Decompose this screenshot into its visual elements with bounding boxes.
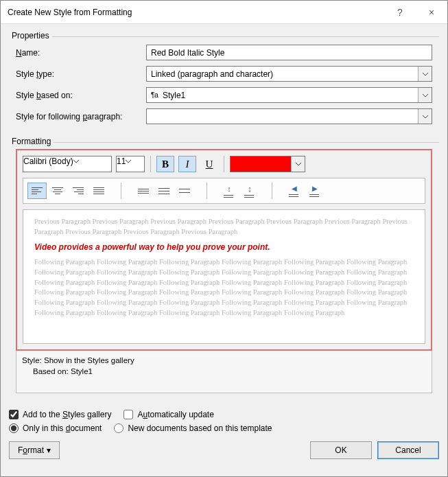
spacing-double-button[interactable] bbox=[175, 183, 194, 199]
bold-button[interactable]: B bbox=[156, 156, 174, 172]
following-paragraph-combo[interactable] bbox=[146, 108, 432, 124]
properties-group-label: Properties bbox=[9, 31, 52, 40]
style-type-combo[interactable]: Linked (paragraph and character) bbox=[146, 66, 432, 82]
arrow-collapse-icon: ↨ bbox=[248, 185, 252, 193]
preview-previous-text: Previous Paragraph Previous Paragraph Pr… bbox=[34, 217, 414, 237]
close-button[interactable]: × bbox=[416, 1, 447, 24]
dialog-buttons: Format ▾ OK Cancel bbox=[9, 441, 439, 459]
align-right-button[interactable] bbox=[69, 183, 88, 199]
based-on-value: Style1 bbox=[163, 91, 185, 100]
align-center-button[interactable] bbox=[48, 183, 67, 199]
font-family-value: Calibri (Body) bbox=[23, 156, 73, 172]
dialog-title: Create New Style from Formatting bbox=[8, 8, 384, 17]
formatting-highlight-box: Calibri (Body) 11 B I U bbox=[16, 149, 432, 351]
based-on-combo[interactable]: ¶aStyle1 bbox=[146, 87, 432, 103]
decrease-space-before-button[interactable]: ↨ bbox=[240, 183, 259, 199]
new-documents-input[interactable] bbox=[114, 423, 123, 433]
format-button[interactable]: Format ▾ bbox=[9, 441, 60, 459]
italic-button[interactable]: I bbox=[178, 156, 196, 172]
caret-down-icon: ▾ bbox=[47, 445, 51, 455]
chevron-down-icon bbox=[126, 156, 131, 172]
dialog-content: Properties Name: Style type: Linked (par… bbox=[1, 24, 447, 476]
font-size-combo[interactable]: 11 bbox=[116, 156, 145, 172]
indent-right-icon: ▶ bbox=[312, 185, 318, 192]
new-documents-radio[interactable]: New documents based on this template bbox=[114, 423, 272, 433]
style-description-line2: Based on: Style1 bbox=[22, 366, 426, 377]
style-type-value: Linked (paragraph and character) bbox=[147, 69, 418, 79]
dialog-window: Create New Style from Formatting ? × Pro… bbox=[0, 0, 448, 477]
font-size-value: 11 bbox=[117, 156, 126, 172]
cancel-button[interactable]: Cancel bbox=[377, 441, 439, 459]
help-button[interactable]: ? bbox=[384, 1, 416, 24]
chevron-down-icon bbox=[418, 88, 432, 102]
preview-following-text: Following Paragraph Following Paragraph … bbox=[34, 257, 414, 318]
style-preview: Previous Paragraph Previous Paragraph Pr… bbox=[23, 209, 425, 344]
font-color-picker[interactable] bbox=[230, 156, 305, 172]
align-left-button[interactable] bbox=[27, 183, 47, 199]
spacing-single-button[interactable] bbox=[134, 183, 153, 199]
pilcrow-icon: ¶a bbox=[151, 91, 158, 99]
chevron-down-icon bbox=[291, 156, 305, 172]
font-family-combo[interactable]: Calibri (Body) bbox=[23, 156, 112, 172]
following-paragraph-label: Style for following paragraph: bbox=[16, 112, 146, 121]
chevron-down-icon bbox=[418, 67, 432, 81]
formatting-group-label: Formatting bbox=[9, 137, 54, 146]
name-label: Name: bbox=[16, 48, 146, 58]
only-this-document-radio[interactable]: Only in this document bbox=[9, 423, 102, 433]
increase-indent-button[interactable]: ▶ bbox=[305, 183, 325, 199]
properties-group: Properties Name: Style type: Linked (par… bbox=[9, 36, 439, 137]
auto-update-checkbox[interactable]: Automatically update bbox=[123, 410, 213, 419]
color-swatch-icon bbox=[231, 156, 291, 172]
add-to-gallery-checkbox[interactable]: Add to the Styles gallery bbox=[9, 410, 111, 419]
paragraph-toolbar: ↕ ↨ ◀ ▶ bbox=[23, 178, 425, 204]
name-input[interactable] bbox=[146, 45, 432, 60]
spacing-onehalf-button[interactable] bbox=[154, 183, 174, 199]
options-area: Add to the Styles gallery Automatically … bbox=[9, 410, 439, 433]
based-on-label: Style based on: bbox=[16, 91, 146, 100]
preview-sample-text: Video provides a powerful way to help yo… bbox=[34, 242, 414, 252]
arrow-expand-icon: ↕ bbox=[227, 185, 231, 193]
ok-button[interactable]: OK bbox=[310, 441, 372, 459]
indent-left-icon: ◀ bbox=[292, 185, 297, 192]
titlebar: Create New Style from Formatting ? × bbox=[1, 1, 447, 24]
auto-update-input[interactable] bbox=[123, 410, 133, 419]
align-justify-button[interactable] bbox=[89, 183, 108, 199]
font-toolbar: Calibri (Body) 11 B I U bbox=[23, 156, 425, 172]
only-this-document-input[interactable] bbox=[9, 423, 19, 433]
chevron-down-icon bbox=[73, 156, 79, 172]
chevron-down-icon bbox=[418, 109, 432, 124]
add-to-gallery-input[interactable] bbox=[9, 410, 19, 419]
style-description-line1: Style: Show in the Styles gallery bbox=[22, 355, 426, 366]
decrease-indent-button[interactable]: ◀ bbox=[285, 183, 304, 199]
style-type-label: Style type: bbox=[16, 69, 146, 79]
underline-button[interactable]: U bbox=[200, 156, 218, 172]
formatting-group: Formatting Calibri (Body) 11 B I U bbox=[9, 142, 439, 400]
style-description: Style: Show in the Styles gallery Based … bbox=[16, 351, 432, 393]
increase-space-before-button[interactable]: ↕ bbox=[220, 183, 239, 199]
